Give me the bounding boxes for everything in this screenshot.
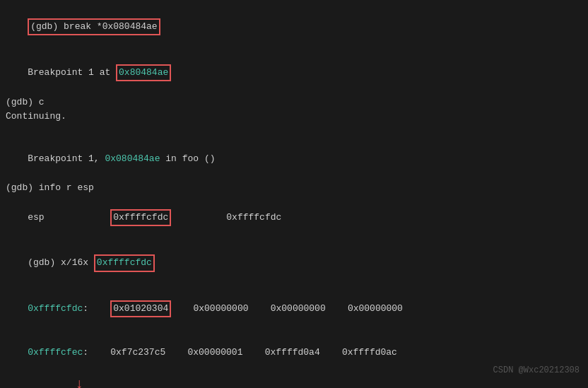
cmd4-addr: 0xffffcfdc [94, 254, 155, 271]
line-cont1: Continuing. [6, 110, 582, 124]
bp-addr: 0x80484ae [116, 64, 171, 81]
boxed-cmd1: (gdb) break *0x080484ae [28, 18, 160, 35]
foo-text: foo [182, 153, 199, 164]
line-cmd4: (gdb) x/16x 0xffffcfdc [6, 240, 582, 286]
memline3: 0xffffcffc: 0xf7e1dff4 0xf7e1dff4 0x0804… [6, 375, 582, 388]
esp-val-box: 0xffffcfdc [110, 209, 171, 226]
terminal: (gdb) break *0x080484ae Breakpoint 1 at … [0, 0, 588, 388]
line-esp: esp 0xffffcfdc 0xffffcfdc [6, 195, 582, 240]
memline1: 0xffffcfdc: 0x01020304 0x00000000 0x0000… [6, 286, 582, 331]
val-01020304: 0x01020304 [110, 300, 171, 317]
line-cmd2: (gdb) c [6, 95, 582, 110]
line-blank1 [6, 124, 582, 138]
bp-prefix: Breakpoint 1 at [28, 67, 116, 78]
watermark: CSDN @Wxc20212308 [493, 365, 580, 375]
line-cmd3: (gdb) info r esp [6, 181, 582, 195]
line-bp2: Breakpoint 1, 0x080484ae in foo () [6, 138, 582, 180]
line-cmd1: (gdb) break *0x080484ae [6, 4, 582, 49]
arrow-indicator: ↓ [75, 373, 83, 388]
line-bp1: Breakpoint 1 at 0x80484ae [6, 49, 582, 95]
